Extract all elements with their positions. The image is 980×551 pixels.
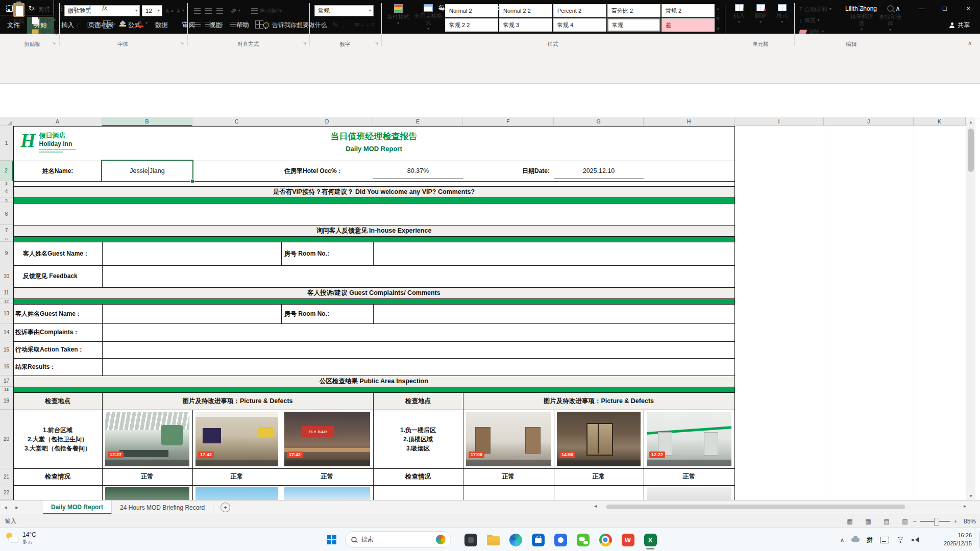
cell-complaint-guest-name[interactable] xyxy=(102,304,281,323)
scroll-down-icon[interactable]: ▾ xyxy=(966,491,975,500)
search-box[interactable]: 搜索 xyxy=(345,531,451,548)
row-header[interactable]: 10 xyxy=(0,265,13,287)
column-header[interactable]: E xyxy=(373,117,463,126)
row-header[interactable]: 14 xyxy=(0,323,13,341)
formula-bar-drag-icon[interactable]: ⋮ xyxy=(55,0,68,15)
cell-style-chip[interactable]: 常规 3 xyxy=(499,18,552,32)
row-header[interactable]: 12 xyxy=(0,298,13,304)
fill-button[interactable]: ↓ 填充▾ xyxy=(799,15,820,26)
macro-record-icon[interactable]: ▦ xyxy=(842,514,857,528)
wifi-icon[interactable] xyxy=(896,537,904,543)
cell-complaints[interactable] xyxy=(102,323,734,341)
sheet-nav-left-icon[interactable]: ◂ xyxy=(0,500,11,514)
formula-input[interactable] xyxy=(116,0,980,15)
row-header[interactable]: 8 xyxy=(0,236,13,242)
column-header[interactable]: C xyxy=(192,117,281,126)
alignment-dialog-launcher-icon[interactable]: ↘ xyxy=(303,40,307,45)
status-ok[interactable]: 正常 xyxy=(644,468,734,485)
hscroll-left-icon[interactable]: ◂ xyxy=(594,503,597,509)
clear-button[interactable]: 清除▾ xyxy=(799,27,824,37)
font-dialog-launcher-icon[interactable]: ↘ xyxy=(180,40,184,45)
zoom-out-icon[interactable]: − xyxy=(911,514,919,528)
occupancy-value[interactable]: 80.37% xyxy=(373,161,463,181)
borders-button[interactable]: ▾ xyxy=(103,19,115,30)
format-painter-button[interactable]: 格式刷 xyxy=(32,27,58,37)
cell-results[interactable] xyxy=(102,358,734,375)
row-header[interactable]: 16 xyxy=(0,358,13,375)
increase-decimal-icon[interactable]: .00→ xyxy=(353,19,364,30)
align-right-icon[interactable] xyxy=(216,19,223,30)
select-all-corner[interactable] xyxy=(0,117,13,126)
share-button[interactable]: 共享 xyxy=(949,21,980,30)
start-button[interactable] xyxy=(323,531,341,549)
zoom-level[interactable]: 85% xyxy=(961,514,979,528)
row-header[interactable]: 21 xyxy=(0,468,13,485)
number-dialog-launcher-icon[interactable]: ↘ xyxy=(375,40,379,45)
cell-complaint-room-no[interactable] xyxy=(373,304,734,323)
row-header[interactable]: 9 xyxy=(0,242,13,265)
status-ok[interactable]: 正常 xyxy=(102,468,192,485)
new-sheet-icon[interactable]: + xyxy=(220,503,230,512)
taskbar-app-blue[interactable] xyxy=(550,530,571,550)
clock[interactable]: 16:26 2025/12/15 xyxy=(944,531,972,547)
row-header[interactable]: 7 xyxy=(0,225,13,236)
zoom-in-icon[interactable]: + xyxy=(951,514,960,528)
weather-widget[interactable]: 14°C 多云 xyxy=(5,531,36,545)
column-header[interactable]: J xyxy=(824,117,914,126)
column-header[interactable]: F xyxy=(463,117,554,126)
decrease-decimal-icon[interactable]: ←.0 xyxy=(365,19,374,30)
taskbar-app-wps[interactable]: W xyxy=(618,530,638,550)
status-ok[interactable]: 正常 xyxy=(463,468,554,485)
confirm-entry-icon[interactable]: ✓ xyxy=(83,0,96,15)
row-header[interactable]: 13 xyxy=(0,304,13,323)
ime-indicator[interactable]: 拼 xyxy=(867,536,873,544)
cell-vip-comments[interactable] xyxy=(13,203,734,225)
cell-style-chip[interactable]: 常规 4 xyxy=(553,18,606,32)
row-header[interactable]: 6 xyxy=(0,203,13,225)
normal-view-icon[interactable]: ▦ xyxy=(861,514,876,528)
cell-style-chip-bad[interactable]: 差 xyxy=(662,18,715,32)
status-ok[interactable]: 正常 xyxy=(192,468,281,485)
taskbar-app-wechat[interactable] xyxy=(573,530,593,550)
taskbar-app-edge[interactable] xyxy=(505,530,526,550)
clipboard-dialog-launcher-icon[interactable]: ↘ xyxy=(52,40,56,45)
fill-color-button[interactable]: ▾ xyxy=(119,18,130,29)
underline-dropdown-icon[interactable]: ▾ xyxy=(94,23,96,27)
cell-feedback[interactable] xyxy=(102,265,734,287)
row-header[interactable]: 18 xyxy=(0,387,13,392)
scroll-up-icon[interactable]: ▴ xyxy=(966,117,975,126)
row-header-selected[interactable]: 2 xyxy=(0,161,13,181)
horizontal-scrollbar[interactable] xyxy=(605,504,960,510)
decrease-indent-icon[interactable] xyxy=(230,19,236,30)
phonetic-button[interactable]: 拼▾ xyxy=(154,19,163,30)
percent-style-button[interactable]: % xyxy=(333,19,338,30)
selected-cell-b2[interactable]: JessieJiang xyxy=(101,160,193,182)
cancel-entry-icon[interactable]: × xyxy=(68,0,82,15)
sheet-nav-right-icon[interactable]: ▸ xyxy=(11,500,22,514)
fill-handle[interactable] xyxy=(190,179,194,183)
collapse-ribbon-icon[interactable]: ∧ xyxy=(968,40,972,46)
row-header[interactable]: 11 xyxy=(0,287,13,298)
page-layout-view-icon[interactable]: ▤ xyxy=(879,514,894,528)
underline-button[interactable]: U xyxy=(87,19,91,30)
merge-center-button[interactable]: 合并后居中▾ xyxy=(255,19,298,30)
name-box[interactable]: B2 ▾ xyxy=(0,0,54,15)
styles-more-icon[interactable]: ▾ xyxy=(717,23,720,34)
cell-style-chip-selected[interactable]: 常规 xyxy=(607,18,660,32)
speaker-icon[interactable] xyxy=(912,537,919,543)
taskbar-app-chrome[interactable] xyxy=(595,530,616,550)
date-value[interactable]: 2025.12.10 xyxy=(554,161,644,181)
row-header[interactable]: 20 xyxy=(0,410,13,468)
cell-action-taken[interactable] xyxy=(102,341,734,358)
cell-room-no[interactable] xyxy=(373,242,734,265)
sheet-tab-24h-briefing[interactable]: 24 Hours MOD Briefing Record xyxy=(112,500,213,514)
status-ok[interactable]: 正常 xyxy=(554,468,644,485)
bold-button[interactable]: B xyxy=(65,19,69,30)
vertical-scroll-thumb[interactable] xyxy=(968,129,974,172)
status-ok[interactable]: 正常 xyxy=(281,468,373,485)
touch-keyboard-icon[interactable] xyxy=(880,537,889,543)
column-header-selected[interactable]: B xyxy=(102,117,192,126)
cell-guest-name[interactable] xyxy=(102,242,281,265)
column-header[interactable]: G xyxy=(554,117,644,126)
tray-chevron-icon[interactable]: ∧ xyxy=(840,537,844,543)
